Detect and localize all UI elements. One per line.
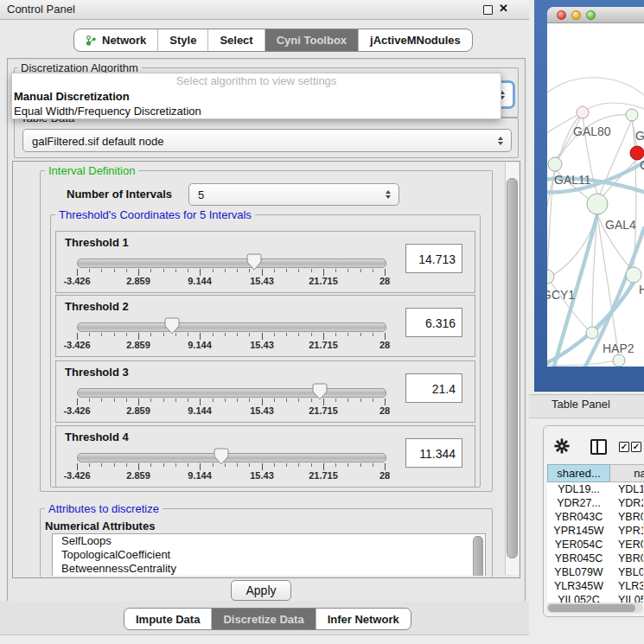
threshold-1-panel: Threshold 1 -3.426 2.859 9.144 15.43 21.… [55,231,475,293]
dropdown-placeholder[interactable]: Select algorithm to view settings [12,73,501,89]
tab-select[interactable]: Select [207,29,264,51]
list-item[interactable]: TopologicalCoefficient [53,548,485,562]
tab-infer-network[interactable]: Infer Network [316,609,411,629]
threshold-2-panel: Threshold 2 -3.426 2.859 9.144 15.43 21.… [55,295,475,357]
number-of-intervals-spinner[interactable]: 5 [188,183,399,206]
tab-impute-data[interactable]: Impute Data [124,609,211,629]
table-row[interactable]: YPR145WYPR145W [547,524,643,538]
network-window-titlebar[interactable] [547,7,644,23]
panel-title: Control Panel [7,3,75,16]
spinner-arrows-icon [386,190,391,199]
threshold-3-slider-thumb[interactable] [312,383,328,400]
slider-major-ticks [77,399,386,405]
tab-cyni-toolbox[interactable]: Cyni Toolbox [265,29,358,51]
threshold-3-value-field[interactable]: 21.4 [405,373,462,403]
node-label-c: C [640,158,644,172]
close-icon[interactable]: ✕ [499,2,508,15]
minimize-traffic-light-icon[interactable] [571,10,581,20]
threshold-1-slider-track[interactable] [77,258,386,268]
attributes-list: SelfLoops TopologicalCoefficient Between… [52,533,486,576]
node-table[interactable]: YDL19...YDL19... YDR27...YDR27... YBR043… [547,482,643,603]
network-window: GAL80 GAL11 GAL4 GCY1 HAP2 H GA C [547,7,644,367]
threshold-3-slider-track[interactable] [77,388,386,398]
number-of-intervals-label: Number of Intervals [67,188,172,201]
table-row[interactable]: YBL079WYBL079W [547,565,643,579]
network-icon [86,35,97,46]
threshold-1-value-field[interactable]: 14.713 [405,244,462,273]
table-row[interactable]: YDR27...YDR27... [547,496,643,510]
interval-definition-title: Interval Definition [45,164,138,177]
threshold-label: Threshold 3 [65,366,129,379]
node-label-gal4: GAL4 [605,218,636,232]
numerical-attributes-heading: Numerical Attributes [45,520,155,532]
columns-icon[interactable] [590,439,607,455]
threshold-4-value-field[interactable]: 11.344 [405,438,462,468]
intervals-value: 5 [189,188,204,201]
columns-icon-divider [596,441,598,453]
bottom-tab-bar: Impute Data Discretize Data Infer Networ… [124,608,411,630]
thresholds-group-title: Threshold's Coordinates for 5 Intervals [55,208,255,221]
apply-button[interactable]: Apply [231,580,291,601]
zoom-traffic-light-icon[interactable] [586,10,596,20]
threshold-label: Threshold 2 [65,300,129,313]
tab-network[interactable]: Network [74,29,157,51]
combo-arrows-icon [498,137,503,145]
table-row[interactable]: YDL19...YDL19... [547,482,643,496]
threshold-2-slider-track[interactable] [77,322,386,332]
table-row[interactable]: YBR045CYBR045C [547,552,643,565]
tab-label: Network [102,34,146,47]
app-root: Control Panel ✕ Network Style Select Cyn… [0,0,644,644]
node-label-h: H [639,283,644,296]
bottom-ridge [0,634,529,644]
list-item[interactable]: BetweennessCentrality [53,562,485,576]
threshold-3-panel: Threshold 3 -3.426 2.859 9.144 15.43 21.… [55,360,475,423]
tab-style[interactable]: Style [157,29,207,51]
node-label-gal80: GAL80 [573,124,611,138]
tab-jactivemnodules[interactable]: jActiveMNodules [358,29,472,51]
node-label-gal11: GAL11 [554,173,591,187]
table-panel-title: Table Panel [552,398,610,411]
control-panel-titlebar: Control Panel ✕ [0,0,529,20]
threshold-4-panel: Threshold 4 -3.426 2.859 9.144 15.43 21.… [55,425,475,488]
dropdown-option-equal-width[interactable]: Equal Width/Frequency Discretization [12,104,501,118]
table-row[interactable]: YBR043CYBR043C [547,510,643,524]
threshold-1-slider-thumb[interactable] [246,253,262,271]
threshold-2-value-field[interactable]: 6.316 [405,308,462,337]
table-row[interactable]: YIL052CYIL052C [547,593,643,603]
tab-discretize-data[interactable]: Discretize Data [211,609,315,629]
table-row[interactable]: YER054CYER054C [547,538,643,552]
dropdown-option-manual-discretization[interactable]: Manual Discretization [12,89,501,104]
column-header-shared-name[interactable]: shared... [547,464,610,482]
node-label-gcy1: GCY1 [547,288,575,302]
threshold-2-slider-thumb[interactable] [164,317,180,335]
checkbox-icon[interactable]: ✓ [631,442,641,452]
slider-major-ticks [77,333,386,340]
threshold-4-slider-thumb[interactable] [214,448,229,465]
table-hscrollbar-thumb[interactable] [548,604,635,612]
node-label-ga: GA [635,129,644,143]
threshold-4-slider-track[interactable] [77,453,386,462]
close-traffic-light-icon[interactable] [557,10,566,20]
float-window-icon[interactable] [483,5,493,15]
gear-icon[interactable] [554,438,570,454]
network-canvas[interactable]: GAL80 GAL11 GAL4 GCY1 HAP2 H GA C [547,22,644,367]
threshold-label: Threshold 4 [65,430,129,443]
slider-major-ticks [77,463,386,470]
list-item[interactable]: SelfLoops [53,534,485,548]
attributes-group-title: Attributes to discretize [45,502,163,515]
table-data-combobox[interactable]: galFiltered.sif default node [22,129,512,152]
slider-major-ticks [77,269,386,276]
node-label-hap2: HAP2 [603,341,634,355]
top-tab-bar: Network Style Select Cyni Toolbox jActiv… [73,29,473,52]
checkbox-icon[interactable]: ✓ [619,442,629,452]
table-data-value: galFiltered.sif default node [23,135,163,148]
algorithm-dropdown-popup: Select algorithm to view settings Manual… [11,73,501,119]
table-row[interactable]: YLR345WYLR345W [547,579,643,593]
list-scrollbar-thumb[interactable] [473,536,483,576]
column-header-name[interactable]: name [610,464,644,482]
threshold-label: Threshold 1 [65,236,129,249]
vertical-scrollbar-thumb[interactable] [507,178,518,558]
